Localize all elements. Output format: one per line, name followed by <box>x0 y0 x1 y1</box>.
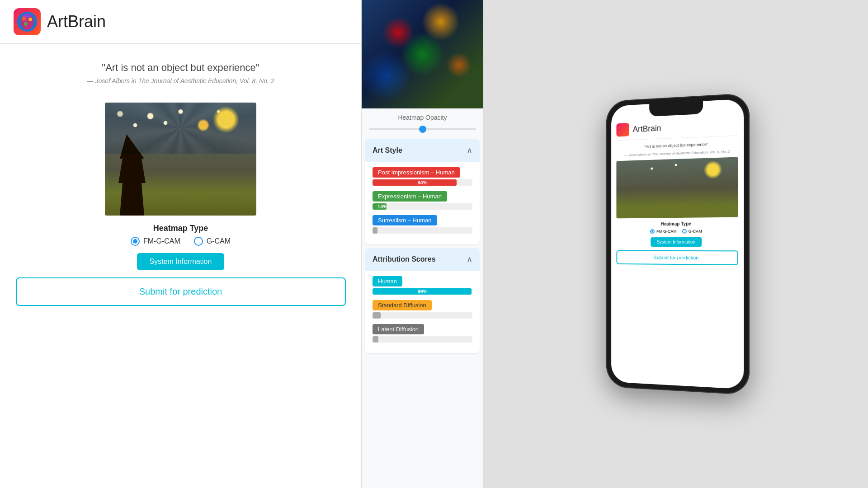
attribution-title: Attribution Scores <box>373 255 436 263</box>
phone-app-header: ArtBrain <box>616 117 738 141</box>
phone-logo <box>616 123 629 137</box>
art-style-bar-1: 14% <box>373 203 472 210</box>
opacity-section: Heatmap Opacity <box>362 108 483 139</box>
svg-point-5 <box>24 14 31 18</box>
attribution-badge-0: Human <box>373 276 402 286</box>
phone-system-info-button[interactable]: System Information <box>651 237 702 246</box>
heatmap-overlay <box>362 0 483 108</box>
attribution-item-2: Latent Diffusion <box>373 324 472 343</box>
quote-attribution: — Josef Albers in The Journal of Aesthet… <box>14 77 348 84</box>
radio-circle-gcam[interactable] <box>194 237 203 246</box>
heatmap-bg <box>362 0 483 108</box>
heatmap-preview <box>362 0 483 108</box>
attribution-bar-2 <box>373 336 472 343</box>
art-style-badge-2: Surrealism – Human <box>373 215 437 225</box>
art-style-accordion-header[interactable]: Art Style ∧ <box>365 139 480 162</box>
art-style-title: Art Style <box>373 146 402 155</box>
attribution-item-0: Human 99% <box>373 276 472 295</box>
art-style-item-2: Surrealism – Human <box>373 215 472 234</box>
phone-radio-fm-gcam[interactable]: FM G-CAM <box>650 229 676 234</box>
left-panel: ArtBrain "Art is not an object but exper… <box>0 0 362 488</box>
attribution-bar-0: 99% <box>373 288 472 295</box>
phone-radio-dot-gcam[interactable] <box>682 229 687 233</box>
phone-content: ArtBrain "Art is not an object but exper… <box>611 99 744 389</box>
art-style-content: Post Impressionism – Human 84% Expressio… <box>365 162 480 244</box>
art-style-badge-1: Expressionism – Human <box>373 191 447 202</box>
radio-label-fm-gcam: FM-G-CAM <box>143 237 180 245</box>
submit-button[interactable]: Submit for prediction <box>16 277 346 306</box>
phone-radio-dot-fm-gcam[interactable] <box>650 229 655 234</box>
svg-point-3 <box>28 18 32 21</box>
quote-text: "Art is not an object but experience" <box>14 62 348 74</box>
art-style-bar-0: 84% <box>373 179 472 186</box>
attribution-bar-fill-1 <box>373 312 381 319</box>
art-style-bar-2 <box>373 227 472 234</box>
svg-point-4 <box>24 22 28 26</box>
attribution-badge-2: Latent Diffusion <box>373 324 424 334</box>
attribution-item-1: Standard Diffusion <box>373 300 472 319</box>
art-style-bar-label-1: 14% <box>377 204 387 209</box>
right-panel: ArtBrain "Art is not an object but exper… <box>484 0 868 488</box>
art-style-bar-label-0: 84% <box>417 180 427 185</box>
phone-notch <box>649 101 703 117</box>
phone-artwork <box>616 157 738 218</box>
attribution-accordion-header[interactable]: Attribution Scores ∧ <box>365 248 480 271</box>
radio-fm-gcam[interactable]: FM-G-CAM <box>131 237 180 246</box>
phone-screen: ArtBrain "Art is not an object but exper… <box>611 99 744 389</box>
radio-gcam[interactable]: G-CAM <box>194 237 231 246</box>
art-style-item-1: Expressionism – Human 14% <box>373 191 472 210</box>
radio-label-gcam: G-CAM <box>207 237 231 245</box>
phone-heatmap-type: Heatmap Type <box>616 221 738 226</box>
radio-group: FM-G-CAM G-CAM <box>131 237 231 246</box>
phone-mockup: ArtBrain "Art is not an object but exper… <box>606 93 750 395</box>
phone-radio-gcam[interactable]: G-CAM <box>682 229 702 233</box>
attribution-chevron-icon: ∧ <box>467 254 472 264</box>
opacity-label: Heatmap Opacity <box>369 114 476 121</box>
slider-container[interactable] <box>369 125 476 134</box>
heatmap-type-label: Heatmap Type <box>153 224 208 233</box>
phone-quote: "Art is not an object but experience" <box>616 141 738 151</box>
attribution-content: Human 99% Standard Diffusion Latent Diff… <box>365 271 480 353</box>
phone-app-title: ArtBrain <box>633 123 661 134</box>
attribution-bar-1 <box>373 312 472 319</box>
heatmap-type-section: Heatmap Type FM-G-CAM G-CAM <box>131 224 231 246</box>
art-style-chevron-icon: ∧ <box>467 145 472 155</box>
attribution-accordion: Attribution Scores ∧ Human 99% Standard … <box>365 248 480 353</box>
app-title: ArtBrain <box>47 12 106 31</box>
quote-section: "Art is not an object but experience" — … <box>0 44 361 94</box>
system-info-button[interactable]: System Information <box>137 253 225 270</box>
art-style-badge-0: Post Impressionism – Human <box>373 167 460 178</box>
phone-radio-label-gcam: G-CAM <box>689 229 702 233</box>
phone-quote-attr: — Josef Albers in The Journal of Aesthet… <box>616 149 738 158</box>
art-style-bar-fill-0 <box>373 179 457 186</box>
attribution-badge-1: Standard Diffusion <box>373 300 432 310</box>
slider-thumb[interactable] <box>419 126 426 133</box>
tree-silhouette <box>118 134 146 216</box>
attribution-bar-fill-2 <box>373 336 378 343</box>
art-style-accordion: Art Style ∧ Post Impressionism – Human 8… <box>365 139 480 244</box>
phone-radio-label-fm-gcam: FM G-CAM <box>656 229 677 234</box>
artwork-image <box>105 103 256 216</box>
phone-submit-button[interactable]: Submit for prediction <box>616 250 738 265</box>
radio-circle-fm-gcam[interactable] <box>131 237 140 246</box>
phone-heatmap-label: Heatmap Type <box>616 221 738 226</box>
middle-panel: Heatmap Opacity Art Style ∧ Post Impress… <box>362 0 484 488</box>
starry-night-bg <box>105 103 256 216</box>
app-logo <box>14 8 41 35</box>
art-style-bar-fill-2 <box>373 227 377 234</box>
art-style-item-0: Post Impressionism – Human 84% <box>373 167 472 186</box>
attribution-bar-label-0: 99% <box>417 289 427 294</box>
phone-radio-group: FM G-CAM G-CAM <box>616 229 738 234</box>
main-content: Heatmap Type FM-G-CAM G-CAM System Infor… <box>0 94 361 488</box>
app-header: ArtBrain <box>0 0 361 44</box>
